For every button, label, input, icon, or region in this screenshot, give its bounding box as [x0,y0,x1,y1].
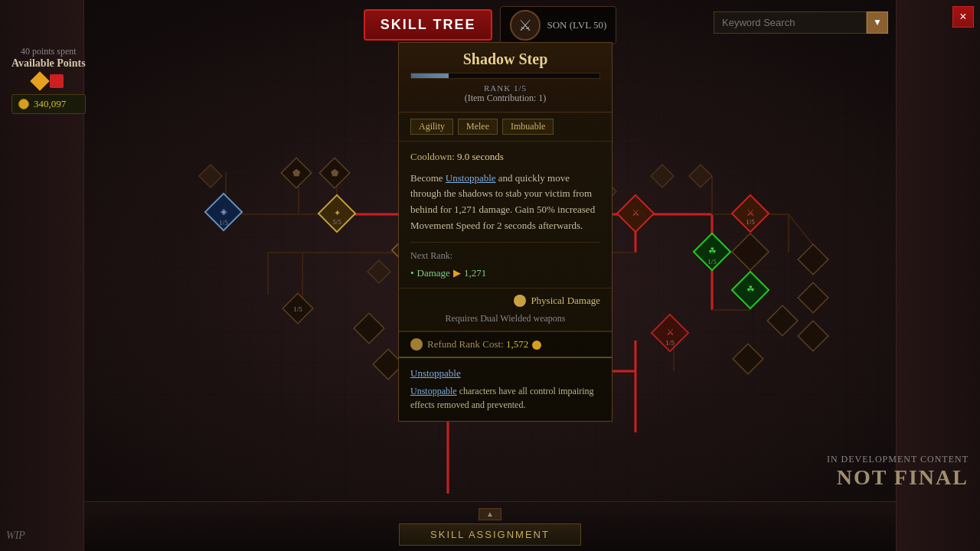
dev-notice-line2: NOT FINAL [827,465,969,490]
requirement-text: Requires Dual Wielded weapons [399,313,612,331]
svg-text:⚔: ⚔ [746,207,755,218]
refund-label: Refund Rank Cost: [427,338,504,350]
rank-bar-fill [411,73,449,78]
svg-text:⚔: ⚔ [666,327,675,337]
rank-bar-container [410,73,600,79]
svg-text:☘: ☘ [708,246,717,256]
skill-name: Shadow Step [410,51,600,68]
item-contribution: (Item Contribution: 1) [410,93,600,104]
svg-text:1/5: 1/5 [219,219,228,227]
refund-text: Refund Rank Cost: 1,572 [427,338,541,350]
next-rank-section: Next Rank: • Damage ▶ 1,271 [410,242,600,281]
cooldown-line: Cooldown: 9.0 seconds [410,149,600,165]
character-tab-label: SON (LVL 50) [547,19,606,31]
tooltip-panel: Shadow Step RANK 1/5 (Item Contribution:… [398,42,612,422]
next-rank-value: 1,271 [464,266,486,281]
left-info-panel: 40 points spent Available Points 340,097 [11,46,86,114]
damage-type-section: Physical Damage [399,288,612,313]
block-icon [50,74,64,88]
refund-section: Refund Rank Cost: 1,572 [399,331,612,357]
gold-coin-icon [18,99,29,109]
close-button[interactable]: × [952,6,974,28]
skill-assignment-button[interactable]: SKILL ASSIGNMENT [399,523,581,546]
unstoppable-title: Unstoppable [410,367,600,380]
svg-text:5/5: 5/5 [332,218,341,226]
tag-imbuable: Imbuable [502,119,554,135]
tag-row: Agility Melee Imbuable [399,112,612,142]
gold-display: 340,097 [11,94,86,114]
svg-text:⬟: ⬟ [331,168,339,178]
svg-text:☘: ☘ [746,284,755,295]
available-points-label: Available Points [11,57,86,70]
next-rank-item: • Damage ▶ 1,271 [410,266,600,281]
cooldown-value: 9.0 seconds [457,151,504,162]
damage-type-icon [514,295,526,307]
unstoppable-keyword: Unstoppable [410,386,457,396]
keyword-search-input[interactable] [714,11,867,34]
keyword-search-container: ▼ [714,11,888,34]
svg-text:⚔: ⚔ [632,207,640,218]
bottom-bar: ▲ SKILL ASSIGNMENT [84,501,896,551]
item-contribution-label: (Item Contribution: [465,93,537,103]
unstoppable-tooltip: Unstoppable Unstoppable characters have … [399,357,612,421]
refund-gold-icon [532,341,541,350]
points-icons [11,74,86,88]
refund-cost: 1,572 [506,338,528,350]
diamond-icon [31,71,50,90]
next-rank-label: Next Rank: [410,249,600,262]
svg-text:✦: ✦ [334,208,341,217]
svg-text:⬟: ⬟ [292,168,301,178]
search-dropdown-button[interactable]: ▼ [867,11,888,34]
description-text: Become Unstoppable and quickly move thro… [410,171,600,234]
tag-agility: Agility [410,119,453,135]
character-tab[interactable]: ⚔ SON (LVL 50) [500,6,616,44]
dev-notice: IN DEVELOPMENT CONTENT NOT FINAL [827,454,969,490]
unstoppable-description: Unstoppable characters have all control … [410,384,600,412]
refund-icon [410,338,423,350]
damage-type-text: Physical Damage [531,295,600,307]
skill-tree-tab[interactable]: SKILL TREE [364,9,493,41]
tooltip-header: Shadow Step RANK 1/5 (Item Contribution:… [399,43,612,112]
tag-melee: Melee [458,119,498,135]
svg-text:◈: ◈ [220,207,227,216]
gold-amount: 340,097 [34,98,66,110]
dev-notice-line1: IN DEVELOPMENT CONTENT [827,454,969,465]
svg-text:1/5: 1/5 [665,339,675,347]
tooltip-body: Cooldown: 9.0 seconds Become Unstoppable… [399,142,612,288]
rank-text: RANK 1/5 [410,83,600,93]
wip-label: WIP [6,530,25,542]
next-rank-stat: Damage [417,266,450,281]
svg-text:1/5: 1/5 [293,305,302,313]
character-icon: ⚔ [510,10,541,41]
next-rank-arrow: ▶ [453,266,461,281]
nav-arrow-up[interactable]: ▲ [479,508,501,520]
item-contribution-value: 1) [538,93,546,103]
svg-text:1/5: 1/5 [707,258,717,266]
svg-text:1/5: 1/5 [746,218,755,226]
unstoppable-link: Unstoppable [446,172,496,184]
